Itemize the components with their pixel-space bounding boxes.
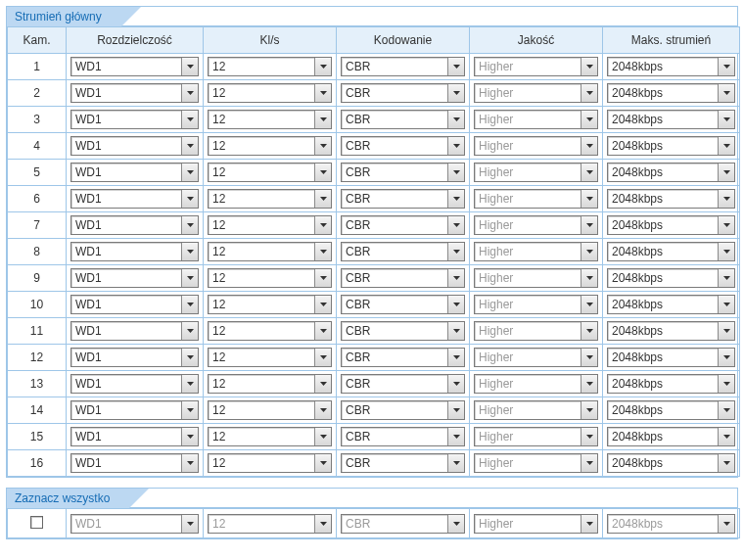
select-value: CBR [342, 517, 447, 531]
resolution-select[interactable]: WD1 [70, 374, 199, 394]
encoding-select[interactable]: CBR [341, 110, 465, 129]
encoding-select[interactable]: CBR [341, 453, 465, 473]
fps-select[interactable]: 12 [208, 242, 332, 261]
maxstream-select[interactable]: 2048kbps [607, 453, 735, 473]
resolution-select[interactable]: WD1 [70, 83, 199, 103]
fps-select[interactable]: 12 [208, 57, 332, 76]
quality-select[interactable]: Higher [474, 400, 598, 420]
quality-select[interactable]: Higher [474, 110, 598, 129]
svg-marker-84 [723, 522, 730, 526]
encoding-select[interactable]: CBR [341, 57, 465, 76]
resolution-select[interactable]: WD1 [70, 215, 199, 235]
maxstream-select[interactable]: 2048kbps [607, 400, 735, 420]
fps-select[interactable]: 12 [208, 215, 332, 235]
maxstream-select[interactable]: 2048kbps [607, 268, 735, 288]
encoding-select[interactable]: CBR [341, 136, 465, 156]
maxstream-select[interactable]: 2048kbps [607, 215, 735, 235]
quality-select[interactable]: Higher [474, 321, 598, 341]
all-encoding-select[interactable]: CBR [341, 514, 465, 534]
resolution-select[interactable]: WD1 [70, 136, 199, 156]
select-value: 12 [209, 165, 314, 179]
quality-select[interactable]: Higher [474, 136, 598, 156]
encoding-select[interactable]: CBR [341, 400, 465, 420]
resolution-select[interactable]: WD1 [70, 268, 199, 288]
resolution-select[interactable]: WD1 [70, 295, 199, 314]
maxstream-select[interactable]: 2048kbps [607, 57, 735, 76]
fps-select[interactable]: 12 [208, 163, 332, 182]
camera-number: 15 [8, 424, 67, 450]
maxstream-select[interactable]: 2048kbps [607, 427, 735, 446]
quality-select[interactable]: Higher [474, 268, 598, 288]
maxstream-select[interactable]: 2048kbps [607, 136, 735, 156]
maxstream-select[interactable]: 2048kbps [607, 189, 735, 209]
encoding-select[interactable]: CBR [341, 215, 465, 235]
encoding-select[interactable]: CBR [341, 268, 465, 288]
encoding-select[interactable]: CBR [341, 83, 465, 103]
quality-select[interactable]: Higher [474, 348, 598, 367]
quality-select[interactable]: Higher [474, 427, 598, 446]
panel-header: Strumień główny [7, 7, 737, 26]
all-resolution-select[interactable]: WD1 [70, 514, 199, 534]
svg-marker-32 [453, 223, 460, 227]
maxstream-select[interactable]: 2048kbps [607, 374, 735, 394]
encoding-select[interactable]: CBR [341, 427, 465, 446]
maxstream-select[interactable]: 2048kbps [607, 348, 735, 367]
encoding-select[interactable]: CBR [341, 374, 465, 394]
resolution-select[interactable]: WD1 [70, 163, 199, 182]
maxstream-select[interactable]: 2048kbps [607, 110, 735, 129]
quality-select[interactable]: Higher [474, 374, 598, 394]
resolution-select[interactable]: WD1 [70, 57, 199, 76]
resolution-select[interactable]: WD1 [70, 348, 199, 367]
encoding-select[interactable]: CBR [341, 163, 465, 182]
fps-select[interactable]: 12 [208, 189, 332, 209]
fps-select[interactable]: 12 [208, 427, 332, 446]
select-value: CBR [342, 430, 447, 443]
quality-select[interactable]: Higher [474, 453, 598, 473]
fps-select[interactable]: 12 [208, 453, 332, 473]
fps-select[interactable]: 12 [208, 110, 332, 129]
quality-select[interactable]: Higher [474, 295, 598, 314]
maxstream-select[interactable]: 2048kbps [607, 83, 735, 103]
fps-select[interactable]: 12 [208, 321, 332, 341]
all-fps-select[interactable]: 12 [208, 514, 332, 534]
chevron-down-icon [581, 454, 597, 472]
encoding-select[interactable]: CBR [341, 242, 465, 261]
all-quality-select[interactable]: Higher [474, 514, 598, 534]
chevron-down-icon [181, 58, 198, 75]
fps-select[interactable]: 12 [208, 400, 332, 420]
quality-select[interactable]: Higher [474, 242, 598, 261]
resolution-select[interactable]: WD1 [70, 321, 199, 341]
chevron-down-icon [181, 163, 198, 181]
quality-select[interactable]: Higher [474, 83, 598, 103]
fps-select[interactable]: 12 [208, 348, 332, 367]
resolution-select[interactable]: WD1 [70, 189, 199, 209]
encoding-select[interactable]: CBR [341, 189, 465, 209]
maxstream-select[interactable]: 2048kbps [607, 295, 735, 314]
encoding-select[interactable]: CBR [341, 321, 465, 341]
fps-select[interactable]: 12 [208, 83, 332, 103]
resolution-select[interactable]: WD1 [70, 110, 199, 129]
quality-select[interactable]: Higher [474, 215, 598, 235]
svg-marker-34 [723, 223, 730, 227]
resolution-select[interactable]: WD1 [70, 242, 199, 261]
encoding-select[interactable]: CBR [341, 295, 465, 314]
maxstream-select[interactable]: 2048kbps [607, 242, 735, 261]
resolution-select[interactable]: WD1 [70, 453, 199, 473]
fps-select[interactable]: 12 [208, 374, 332, 394]
all-maxstream-select[interactable]: 2048kbps [607, 514, 735, 534]
resolution-select[interactable]: WD1 [70, 400, 199, 420]
quality-select[interactable]: Higher [474, 57, 598, 76]
fps-select[interactable]: 12 [208, 268, 332, 288]
resolution-select[interactable]: WD1 [70, 427, 199, 446]
chevron-down-icon [581, 269, 597, 287]
chevron-down-icon [581, 322, 597, 340]
quality-select[interactable]: Higher [474, 163, 598, 182]
maxstream-select[interactable]: 2048kbps [607, 163, 735, 182]
svg-marker-59 [723, 355, 730, 359]
maxstream-select[interactable]: 2048kbps [607, 321, 735, 341]
encoding-select[interactable]: CBR [341, 348, 465, 367]
fps-select[interactable]: 12 [208, 295, 332, 314]
fps-select[interactable]: 12 [208, 136, 332, 156]
quality-select[interactable]: Higher [474, 189, 598, 209]
select-all-checkbox[interactable] [30, 516, 43, 529]
